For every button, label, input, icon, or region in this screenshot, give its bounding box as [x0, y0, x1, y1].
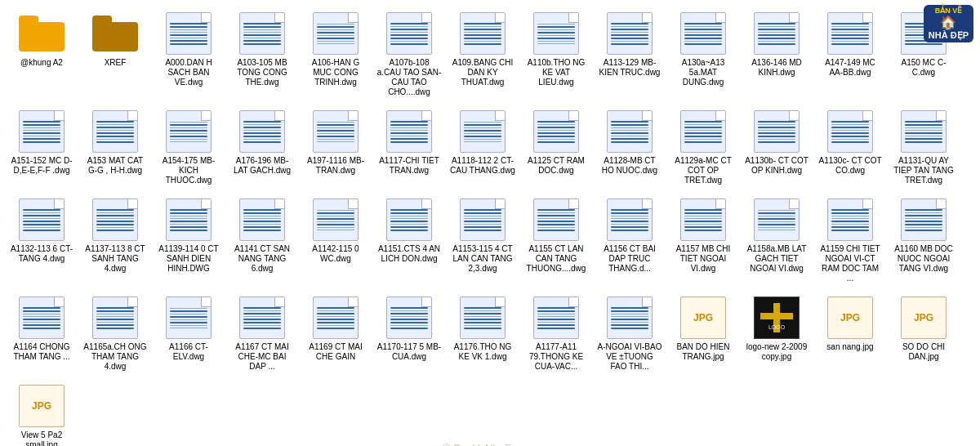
- file-icon: [457, 109, 509, 154]
- file-label: A1139-114 0 CT SANH DIEN HINH.DWG: [156, 244, 221, 274]
- file-item[interactable]: A113-129 MB-KIEN TRUC.dwg: [595, 7, 665, 101]
- file-label: A1167 CT MAI CHE-MC BAI DAP ...: [229, 342, 295, 372]
- file-icon: [163, 197, 215, 243]
- file-item[interactable]: A1118-112 2 CT-CAU THANG.dwg: [448, 105, 518, 190]
- file-label: A151-152 MC D-D,E-E,F-F .dwg: [9, 156, 74, 176]
- file-item[interactable]: A1165a.CH ONG THAM TANG 4.dwg: [80, 291, 150, 376]
- file-item[interactable]: A1141 CT SAN NANG TANG 6.dwg: [227, 193, 297, 288]
- file-item[interactable]: A151-152 MC D-D,E-E,F-F .dwg: [7, 105, 77, 190]
- file-icon: JPG: [824, 295, 876, 341]
- file-icon: [457, 197, 509, 243]
- file-icon: [163, 295, 215, 341]
- file-item[interactable]: A1170-117 5 MB-CUA.dwg: [374, 291, 444, 376]
- file-icon: [310, 11, 362, 56]
- file-item[interactable]: A136-146 MD KINH.dwg: [742, 7, 812, 101]
- file-label: A113-129 MB-KIEN TRUC.dwg: [597, 58, 662, 78]
- file-item[interactable]: A176-196 MB-LAT GACH.dwg: [227, 105, 297, 190]
- file-icon: JPG: [16, 383, 68, 429]
- file-icon: [383, 295, 435, 341]
- file-item[interactable]: A1131-QU AY TIEP TAN TANG TRET.dwg: [889, 105, 959, 190]
- file-item[interactable]: A130a~A13 5a.MAT DUNG.dwg: [668, 7, 738, 101]
- file-item[interactable]: A103-105 MB TONG CONG THE.dwg: [227, 7, 297, 101]
- file-item[interactable]: A1176.THO NG KE VK 1.dwg: [448, 291, 518, 376]
- file-icon: JPG: [677, 295, 729, 341]
- file-label: A1158a.MB LAT GACH TIET NGOAI VI.dwg: [744, 244, 809, 274]
- file-item[interactable]: A1151.CTS 4 AN LICH DON.dwg: [374, 193, 444, 288]
- file-icon: [824, 197, 876, 243]
- file-icon: [604, 295, 656, 341]
- file-item[interactable]: A000.DAN H SACH BAN VE.dwg: [154, 7, 224, 101]
- file-item[interactable]: LOGO logo-new 2-2009 copy.jpg: [742, 291, 812, 376]
- file-label: A1132-113 6 CT-TANG 4.dwg: [9, 244, 74, 264]
- file-label: A147-149 MC AA-BB.dwg: [817, 58, 883, 78]
- file-item[interactable]: A110b.THO NG KE VAT LIEU.dwg: [521, 7, 591, 101]
- file-item[interactable]: A1142-115 0 WC.dwg: [301, 193, 371, 288]
- file-item[interactable]: A107b-108 a.CAU TAO SAN-CAU TAO CHO....d…: [374, 7, 444, 101]
- file-item[interactable]: A1169 CT MAI CHE GAIN: [301, 291, 371, 376]
- file-item[interactable]: A1177-A11 79.THONG KE CUA-VAC...: [521, 291, 591, 376]
- file-item[interactable]: XREF: [80, 7, 150, 101]
- file-icon: [16, 109, 68, 154]
- file-item[interactable]: A153 MAT CAT G-G , H-H.dwg: [80, 105, 150, 190]
- file-item[interactable]: A147-149 MC AA-BB.dwg: [815, 7, 885, 101]
- file-item[interactable]: @khung A2: [7, 7, 77, 101]
- file-item[interactable]: JPGBAN DO HIEN TRANG.jpg: [668, 291, 738, 376]
- file-item[interactable]: A1155 CT LAN CAN TANG THUONG....dwg: [521, 193, 591, 288]
- file-item[interactable]: A197-1116 MB-TRAN.dwg: [301, 105, 371, 190]
- file-label: A110b.THO NG KE VAT LIEU.dwg: [523, 58, 589, 87]
- file-label: A1129a-MC CT COT OP TRET.dwg: [670, 156, 736, 185]
- file-label: A106-HAN G MUC CONG TRINH.dwg: [303, 58, 368, 87]
- file-label: A1137-113 8 CT SANH TANG 4.dwg: [82, 244, 148, 274]
- file-item[interactable]: A1130c- CT COT CO.dwg: [815, 105, 885, 190]
- file-label: A1157 MB CHI TIET NGOAI VI.dwg: [670, 244, 736, 274]
- file-item[interactable]: A1159 CHI TIET NGOAI VI-CT RAM DOC TAM .…: [815, 193, 885, 288]
- brand-house-icon: 🏠: [940, 15, 956, 30]
- file-label: A130a~A13 5a.MAT DUNG.dwg: [670, 58, 736, 87]
- file-item[interactable]: JPGsan nang.jpg: [815, 291, 885, 376]
- file-item[interactable]: A1129a-MC CT COT OP TRET.dwg: [668, 105, 738, 190]
- file-item[interactable]: A154-175 MB-KICH THUOC.dwg: [154, 105, 224, 190]
- file-item[interactable]: A-NGOAI VI-BAO VE ±TUONG FAO THI...: [595, 291, 665, 376]
- file-item[interactable]: A1117-CHI TIET TRAN.dwg: [374, 105, 444, 190]
- file-item[interactable]: A109.BANG CHI DAN KY THUAT.dwg: [448, 7, 518, 101]
- file-icon: [751, 11, 803, 56]
- file-item[interactable]: A1160 MB DOC NUOC NGOAI TANG VI.dwg: [889, 193, 959, 288]
- file-label: A197-1116 MB-TRAN.dwg: [303, 156, 368, 176]
- file-label: A1142-115 0 WC.dwg: [303, 244, 368, 264]
- file-icon: [604, 11, 656, 56]
- file-item[interactable]: A1125 CT RAM DOC.dwg: [521, 105, 591, 190]
- file-label: A176-196 MB-LAT GACH.dwg: [229, 156, 295, 176]
- file-label: A1117-CHI TIET TRAN.dwg: [376, 156, 442, 176]
- file-item[interactable]: A1157 MB CHI TIET NGOAI VI.dwg: [668, 193, 738, 288]
- file-icon: [236, 197, 288, 243]
- file-label: A1130c- CT COT CO.dwg: [817, 156, 883, 176]
- file-icon: [898, 197, 950, 243]
- file-item[interactable]: A106-HAN G MUC CONG TRINH.dwg: [301, 7, 371, 101]
- file-icon: LOGO: [751, 295, 803, 341]
- file-icon: [530, 11, 582, 56]
- file-item[interactable]: A1153-115 4 CT LAN CAN TANG 2,3.dwg: [448, 193, 518, 288]
- file-label: A1165a.CH ONG THAM TANG 4.dwg: [82, 342, 148, 372]
- brand-badge: BẢN VẼ 🏠 NHÀ ĐẸP: [924, 5, 973, 42]
- file-label: SO DO CHI DAN.jpg: [891, 342, 956, 362]
- file-label: A1130b- CT COT OP KINH.dwg: [744, 156, 809, 176]
- file-item[interactable]: A1164 CHONG THAM TANG ...: [7, 291, 77, 376]
- file-item[interactable]: A1166 CT-ELV.dwg: [154, 291, 224, 376]
- file-item[interactable]: A1158a.MB LAT GACH TIET NGOAI VI.dwg: [742, 193, 812, 288]
- file-item[interactable]: A1167 CT MAI CHE-MC BAI DAP ...: [227, 291, 297, 376]
- file-label: A1153-115 4 CT LAN CAN TANG 2,3.dwg: [450, 244, 515, 274]
- file-icon: [383, 197, 435, 243]
- file-label: san nang.jpg: [826, 342, 873, 352]
- file-label: A-NGOAI VI-BAO VE ±TUONG FAO THI...: [597, 342, 662, 372]
- file-label: A1141 CT SAN NANG TANG 6.dwg: [229, 244, 295, 274]
- file-item[interactable]: A1156 CT BAI DAP TRUC THANG.d...: [595, 193, 665, 288]
- file-item[interactable]: A1130b- CT COT OP KINH.dwg: [742, 105, 812, 190]
- file-item[interactable]: A1139-114 0 CT SANH DIEN HINH.DWG: [154, 193, 224, 288]
- file-item[interactable]: A1132-113 6 CT-TANG 4.dwg: [7, 193, 77, 288]
- file-item[interactable]: JPGView 5 Pa2 small.jpg: [7, 379, 77, 446]
- file-icon: [677, 109, 729, 154]
- file-item[interactable]: JPGSO DO CHI DAN.jpg: [889, 291, 959, 376]
- file-icon: [530, 197, 582, 243]
- file-item[interactable]: A1137-113 8 CT SANH TANG 4.dwg: [80, 193, 150, 288]
- file-item[interactable]: A1128-MB CT HO NUOC.dwg: [595, 105, 665, 190]
